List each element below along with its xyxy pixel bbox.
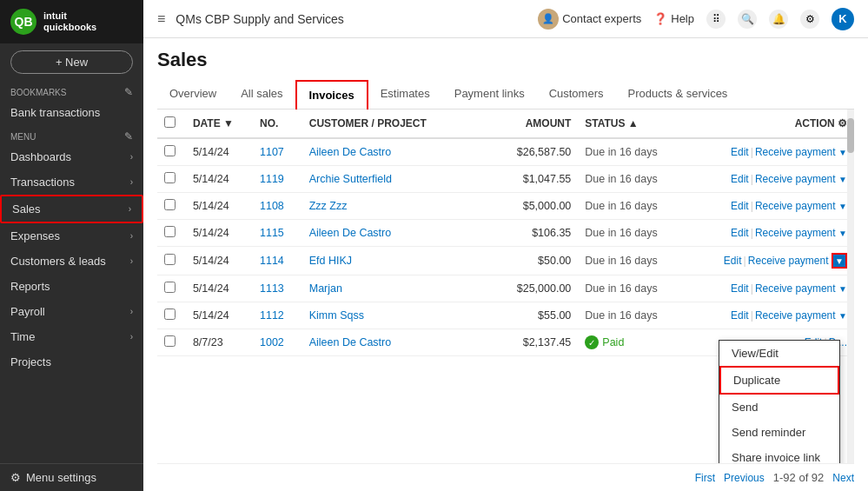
sidebar-item-sales[interactable]: Sales › [0, 195, 143, 223]
customer-name-link[interactable]: Kimm Sqss [309, 309, 364, 322]
edit-link[interactable]: Edit [731, 309, 749, 322]
contact-experts-button[interactable]: 👤 Contact experts [538, 9, 641, 30]
receive-payment-link[interactable]: Receive payment [755, 173, 836, 185]
sidebar-item-reports[interactable]: Reports [0, 274, 143, 299]
sidebar-item-time[interactable]: Time › [0, 324, 143, 349]
tab-estimates[interactable]: Estimates [368, 80, 442, 109]
customer-name-link[interactable]: Efd HIKJ [309, 255, 352, 267]
context-menu-send[interactable]: Send [719, 395, 839, 420]
row-checkbox[interactable] [164, 172, 176, 183]
context-menu-share-invoice-link[interactable]: Share invoice link [719, 445, 839, 463]
invoice-number-link[interactable]: 1108 [260, 200, 284, 212]
receive-payment-link[interactable]: Receive payment [755, 309, 836, 322]
row-checkbox[interactable] [164, 145, 176, 156]
tab-invoices[interactable]: Invoices [295, 80, 368, 109]
dropdown-small-arrow[interactable]: ▼ [838, 202, 847, 211]
receive-payment-link[interactable]: Receive payment [755, 227, 836, 239]
hamburger-icon[interactable]: ≡ [157, 11, 165, 27]
edit-link[interactable]: Edit [731, 146, 749, 158]
search-icon[interactable]: 🔍 [738, 10, 757, 29]
cell-no: 1119 [253, 166, 302, 193]
col-action[interactable]: ACTION ⚙ [686, 109, 854, 138]
tab-all-sales[interactable]: All sales [229, 80, 295, 109]
row-checkbox[interactable] [164, 335, 176, 347]
dropdown-small-arrow[interactable]: ▼ [838, 148, 847, 157]
cell-no: 1115 [253, 220, 302, 247]
invoice-number-link[interactable]: 1112 [260, 309, 284, 322]
invoice-number-link[interactable]: 1113 [260, 282, 284, 295]
customer-name-link[interactable]: Aileen De Castro [309, 227, 392, 239]
customer-name-link[interactable]: Archie Sutterfield [309, 173, 392, 185]
new-button[interactable]: + New [10, 50, 133, 74]
bookmarks-edit-icon[interactable]: ✎ [124, 86, 133, 98]
customer-name-link[interactable]: Marjan [309, 282, 342, 295]
menu-settings-item[interactable]: ⚙ Menu settings [0, 463, 143, 491]
invoice-number-link[interactable]: 1114 [260, 255, 284, 267]
col-status[interactable]: STATUS ▲ [578, 109, 686, 138]
edit-link[interactable]: Edit [731, 227, 749, 239]
grid-icon[interactable]: ⠿ [706, 10, 726, 29]
context-menu-view-edit[interactable]: View/Edit [719, 341, 839, 366]
pagination-first[interactable]: First [695, 472, 715, 484]
sidebar-item-bank-transactions[interactable]: Bank transactions [0, 100, 143, 125]
invoice-number-link[interactable]: 1115 [260, 227, 284, 239]
invoice-number-link[interactable]: 1119 [260, 173, 284, 185]
sidebar-item-projects[interactable]: Projects [0, 349, 143, 375]
sidebar-item-customers-leads[interactable]: Customers & leads › [0, 249, 143, 274]
edit-link[interactable]: Edit [731, 200, 749, 212]
avatar[interactable]: K [832, 8, 854, 30]
table-body: 5/14/241107Aileen De Castro$26,587.50Due… [157, 138, 854, 356]
tab-customers[interactable]: Customers [537, 80, 616, 109]
row-checkbox[interactable] [164, 226, 176, 237]
dropdown-small-arrow[interactable]: ▼ [838, 175, 847, 184]
cell-date: 5/14/24 [186, 138, 253, 166]
edit-link[interactable]: Edit [731, 282, 749, 295]
row-checkbox[interactable] [164, 309, 176, 320]
row-checkbox[interactable] [164, 254, 176, 265]
receive-payment-link[interactable]: Receive payment [755, 282, 836, 295]
sidebar-item-dashboards[interactable]: Dashboards › [0, 144, 143, 169]
context-menu-send-reminder[interactable]: Send reminder [719, 420, 839, 445]
tab-overview[interactable]: Overview [157, 80, 229, 109]
receive-payment-link[interactable]: Receive payment [755, 146, 836, 158]
col-amount: AMOUNT [500, 109, 579, 138]
receive-payment-link[interactable]: Receive payment [755, 200, 836, 212]
row-checkbox[interactable] [164, 282, 176, 293]
invoice-number-link[interactable]: 1002 [260, 336, 284, 348]
col-date[interactable]: DATE ▼ [186, 109, 253, 138]
cell-date: 5/14/24 [186, 275, 253, 302]
context-menu-duplicate[interactable]: Duplicate [719, 366, 839, 395]
dropdown-arrow-icon[interactable]: ▼ [832, 253, 847, 269]
payroll-label: Payroll [10, 305, 45, 318]
scrollbar-thumb[interactable] [847, 118, 854, 153]
notifications-icon[interactable]: 🔔 [769, 10, 788, 29]
select-all-checkbox[interactable] [164, 116, 176, 128]
scrollbar[interactable] [847, 109, 854, 463]
cell-amount: $5,000.00 [500, 193, 579, 220]
dropdown-small-arrow[interactable]: ▼ [838, 229, 847, 238]
invoice-number-link[interactable]: 1107 [260, 146, 284, 158]
edit-link[interactable]: Edit [731, 173, 749, 185]
tab-products-services[interactable]: Products & services [616, 80, 740, 109]
customer-name-link[interactable]: Zzz Zzz [309, 200, 348, 212]
customer-name-link[interactable]: Aileen De Castro [309, 146, 392, 158]
invoices-table: DATE ▼ NO. CUSTOMER / PROJECT AMOUNT STA… [157, 109, 854, 356]
pagination-previous[interactable]: Previous [724, 472, 765, 484]
sidebar-item-transactions[interactable]: Transactions › [0, 169, 143, 195]
sidebar-item-expenses[interactable]: Expenses › [0, 223, 143, 249]
sidebar-item-payroll[interactable]: Payroll › [0, 299, 143, 324]
dropdown-small-arrow[interactable]: ▼ [838, 284, 847, 294]
cell-status: Due in 16 days [578, 275, 686, 302]
settings-icon[interactable]: ⚙ [800, 10, 819, 29]
tab-payment-links[interactable]: Payment links [442, 80, 537, 109]
cell-action: Edit|Receive payment ▼ [686, 138, 854, 166]
dropdown-small-arrow[interactable]: ▼ [838, 311, 847, 321]
pagination-next[interactable]: Next [832, 472, 854, 484]
row-checkbox[interactable] [164, 199, 176, 210]
customer-name-link[interactable]: Aileen De Castro [309, 336, 392, 348]
cell-no: 1002 [253, 329, 302, 356]
receive-payment-link[interactable]: Receive payment [748, 255, 829, 267]
menu-edit-icon[interactable]: ✎ [124, 130, 133, 143]
edit-link[interactable]: Edit [724, 255, 742, 267]
help-button[interactable]: ❓ Help [653, 12, 694, 25]
